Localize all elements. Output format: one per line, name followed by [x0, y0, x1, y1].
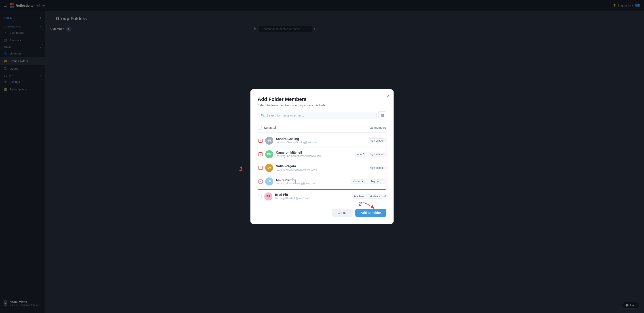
modal-subtitle: Select the team members who may access t…	[258, 104, 322, 107]
avatar: SG	[265, 137, 273, 145]
select-all-label: Select all	[264, 126, 276, 130]
member-name: Sandra Gosling	[276, 137, 322, 141]
select-all-row: Select all	[258, 126, 276, 130]
checked-members-group: ✓ SG Sandra Gosling learning+SandraGosli…	[258, 133, 322, 157]
search-container: 🔍	[258, 112, 322, 119]
member-info: Sandra Gosling learning+SandraGosling@sw…	[276, 137, 322, 144]
select-all-checkbox[interactable]	[258, 126, 262, 130]
member-checkbox-cm[interactable]: ✓	[258, 152, 262, 156]
list-header: Select all 25 members	[258, 124, 322, 133]
search-input[interactable]	[266, 114, 322, 117]
member-list: ✓ SG Sandra Gosling learning+SandraGosli…	[258, 133, 322, 157]
modal-title: Add Folder Members	[258, 96, 322, 102]
member-name: Cameron Mitchell	[276, 151, 322, 154]
search-icon: 🔍	[261, 114, 265, 117]
member-row: ✓ SG Sandra Gosling learning+SandraGosli…	[258, 134, 322, 148]
avatar: CM	[265, 150, 273, 157]
member-checkbox-sg[interactable]: ✓	[258, 139, 262, 143]
member-info: Cameron Mitchell learning+CameronMitchel…	[276, 151, 322, 156]
modal-overlay: 1 × Add Folder Members Select the team m…	[0, 0, 322, 156]
member-email: learning+CameronMitchell@swivl.com	[276, 155, 322, 156]
add-folder-members-modal: 1 × Add Folder Members Select the team m…	[250, 89, 322, 157]
search-row: 🔍 ⊟	[258, 111, 322, 120]
member-email: learning+SandraGosling@swivl.com	[276, 141, 322, 144]
member-row: ✓ CM Cameron Mitchell learning+CameronMi…	[258, 148, 322, 157]
